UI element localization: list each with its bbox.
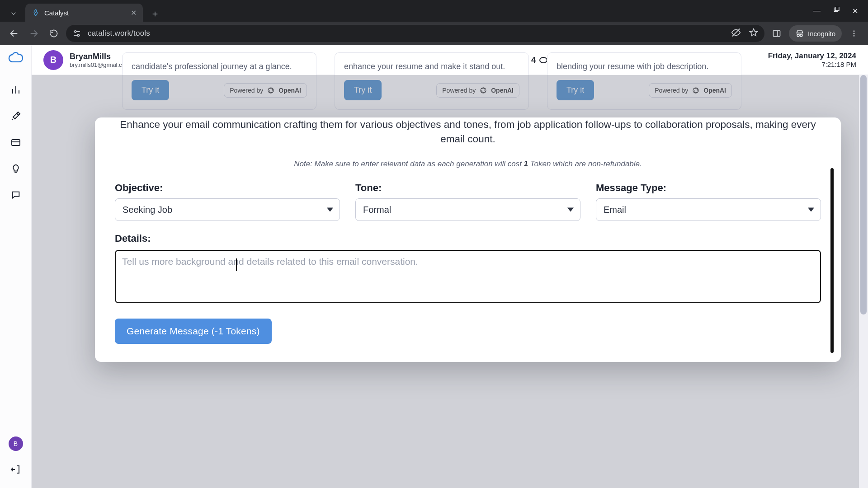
browser-toolbar: catalist.work/tools Incognito — [0, 22, 868, 45]
incognito-icon — [795, 29, 804, 38]
message-type-value: Email — [604, 205, 626, 215]
message-type-label: Message Type: — [596, 182, 821, 194]
page-scrollbar[interactable] — [859, 75, 868, 488]
bookmark-icon[interactable] — [749, 28, 758, 39]
hide-extension-icon[interactable] — [731, 28, 741, 39]
svg-point-18 — [854, 30, 855, 32]
details-label: Details: — [115, 233, 821, 244]
nav-reload-button[interactable] — [46, 26, 61, 41]
sidebar-item-messages[interactable] — [5, 184, 26, 205]
window-close-icon[interactable]: ✕ — [852, 7, 858, 15]
address-bar[interactable]: catalist.work/tools — [66, 25, 764, 42]
modal-note-pre: Note: Make sure to enter relevant data a… — [294, 160, 524, 168]
message-type-select[interactable]: Email — [596, 198, 821, 221]
svg-rect-13 — [774, 30, 780, 36]
modal-scrollbar[interactable] — [830, 168, 834, 353]
text-caret-icon — [236, 258, 237, 271]
nav-forward-button[interactable] — [26, 26, 42, 41]
svg-point-16 — [800, 34, 802, 37]
app-main: B BryanMills bry.mills01@gmail.com Tools… — [32, 45, 868, 488]
page-scroll-thumb[interactable] — [860, 75, 867, 314]
window-controls: ― ✕ — [813, 7, 864, 15]
email-generator-modal: Enhance your email communication craftin… — [95, 117, 841, 362]
generate-message-button[interactable]: Generate Message (-1 Tokens) — [115, 319, 272, 344]
details-textarea[interactable] — [115, 250, 821, 303]
user-block[interactable]: B BryanMills bry.mills01@gmail.com — [43, 50, 130, 70]
site-settings-icon[interactable] — [72, 29, 81, 38]
sidebar-item-dashboard[interactable] — [5, 80, 26, 100]
tool-card-desc: candidate's professional journey at a gl… — [132, 61, 307, 72]
svg-point-15 — [797, 34, 799, 37]
objective-label: Objective: — [115, 182, 340, 194]
app-root: B B BryanMills bry.mills01@gmail.com Too… — [0, 45, 868, 488]
svg-point-19 — [854, 33, 855, 34]
modal-note-tokens: 1 — [524, 160, 528, 168]
svg-marker-12 — [750, 29, 758, 36]
tone-value: Formal — [363, 205, 391, 215]
app-sidebar: B — [0, 45, 32, 488]
tone-label: Tone: — [355, 182, 580, 194]
tab-favicon-icon — [32, 9, 40, 17]
chevron-down-icon — [327, 208, 333, 212]
modal-note-text: Note: Make sure to enter relevant data a… — [115, 160, 821, 169]
modal-intro-text: Enhance your email communication craftin… — [115, 115, 821, 150]
svg-point-20 — [854, 35, 855, 37]
browser-tab-active[interactable]: Catalyst ✕ — [25, 4, 143, 22]
incognito-chip[interactable]: Incognito — [789, 25, 842, 42]
svg-rect-3 — [835, 7, 839, 10]
app-logo-icon[interactable] — [5, 49, 26, 70]
tab-title: Catalyst — [44, 9, 126, 17]
svg-point-10 — [77, 34, 79, 36]
tool-card-desc: blending your resume with job descriptio… — [557, 61, 732, 72]
incognito-label: Incognito — [808, 30, 835, 38]
objective-value: Seeking Job — [123, 205, 172, 215]
modal-note-post: Token which are non-refundable. — [528, 160, 642, 168]
tool-card-desc: enhance your resume and make it stand ou… — [344, 61, 519, 72]
tab-close-icon[interactable]: ✕ — [131, 9, 137, 17]
sidebar-logout-icon[interactable] — [5, 459, 26, 480]
window-maximize-icon[interactable] — [833, 7, 840, 15]
browser-titlebar: Catalyst ✕ ― ✕ — [0, 0, 868, 22]
user-name: BryanMills — [70, 52, 130, 61]
side-panel-icon[interactable] — [769, 26, 784, 41]
tab-search-button[interactable] — [5, 5, 22, 22]
objective-select[interactable]: Seeking Job — [115, 198, 340, 221]
sidebar-item-billing[interactable] — [5, 132, 26, 153]
window-minimize-icon[interactable]: ― — [813, 7, 821, 15]
nav-back-button[interactable] — [6, 26, 22, 41]
user-avatar: B — [43, 50, 63, 70]
sidebar-item-tools[interactable] — [5, 106, 26, 127]
address-bar-url: catalist.work/tools — [88, 29, 150, 38]
chevron-down-icon — [808, 208, 814, 212]
sidebar-avatar[interactable]: B — [9, 436, 23, 451]
chevron-down-icon — [567, 208, 574, 212]
tone-select[interactable]: Formal — [355, 198, 580, 221]
tab-strip: Catalyst ✕ — [4, 0, 163, 22]
svg-point-9 — [75, 31, 76, 33]
browser-menu-icon[interactable] — [846, 26, 862, 41]
new-tab-button[interactable] — [147, 6, 163, 22]
sidebar-item-ideas[interactable] — [5, 158, 26, 179]
svg-rect-24 — [12, 140, 20, 145]
user-email: bry.mills01@gmail.com — [70, 61, 130, 68]
